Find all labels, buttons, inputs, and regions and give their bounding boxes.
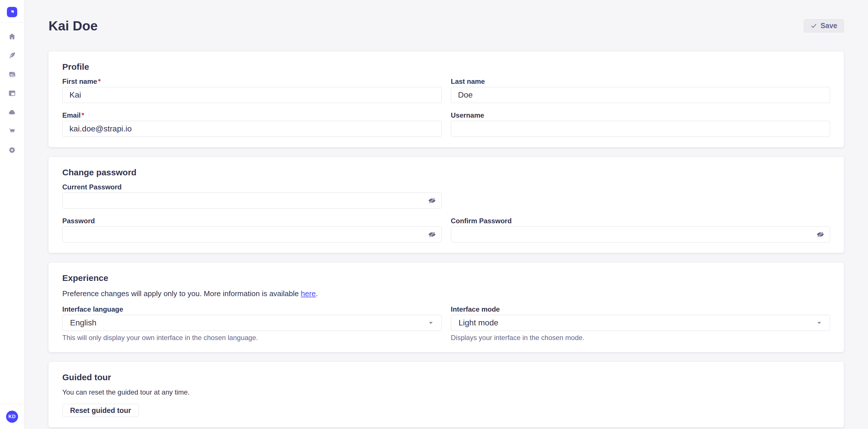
- current-password-label: Current Password: [62, 184, 442, 191]
- check-icon: [810, 22, 817, 29]
- page-header: Kai Doe Save: [49, 0, 844, 52]
- sidebar: KD: [0, 0, 24, 429]
- eye-striked-icon: [428, 230, 436, 239]
- first-name-input[interactable]: [62, 87, 442, 103]
- experience-description: Preference changes will apply only to yo…: [62, 289, 830, 298]
- required-asterisk: *: [82, 111, 84, 119]
- current-password-field: Current Password: [62, 184, 442, 209]
- eye-striked-icon: [428, 196, 436, 205]
- feather-icon: [8, 52, 16, 59]
- current-password-input[interactable]: [62, 193, 442, 209]
- confirm-password-field: Confirm Password: [451, 217, 830, 242]
- toggle-current-password-visibility-button[interactable]: [426, 195, 438, 206]
- interface-language-value: English: [70, 318, 96, 327]
- password-input[interactable]: [62, 226, 442, 242]
- required-asterisk: *: [98, 77, 100, 85]
- save-button[interactable]: Save: [804, 19, 844, 32]
- cloud-icon: [8, 108, 16, 116]
- experience-heading: Experience: [62, 273, 830, 283]
- sidebar-nav: [0, 23, 24, 154]
- toggle-password-visibility-button[interactable]: [426, 229, 438, 240]
- interface-language-hint: This will only display your own interfac…: [62, 334, 442, 342]
- strapi-logo[interactable]: [7, 7, 17, 17]
- images-icon: [8, 70, 16, 78]
- chevron-down-icon: [428, 320, 434, 326]
- email-input[interactable]: [62, 121, 442, 137]
- eye-striked-icon: [816, 230, 825, 239]
- experience-card: Experience Preference changes will apply…: [49, 263, 844, 352]
- password-label: Password: [62, 217, 442, 225]
- username-input[interactable]: [451, 121, 830, 137]
- change-password-grid: Current Password Password: [62, 184, 830, 242]
- cart-icon: [8, 127, 16, 135]
- user-avatar[interactable]: KD: [6, 410, 18, 423]
- main-content: Kai Doe Save Profile First name* Last na…: [24, 0, 868, 429]
- confirm-password-input[interactable]: [451, 226, 830, 242]
- guided-tour-heading: Guided tour: [62, 372, 830, 383]
- interface-mode-select[interactable]: Light mode: [451, 315, 830, 331]
- more-information-link[interactable]: here: [301, 289, 316, 298]
- email-label: Email*: [62, 111, 442, 119]
- toggle-confirm-password-visibility-button[interactable]: [815, 229, 826, 240]
- first-name-label: First name*: [62, 78, 442, 85]
- interface-language-select[interactable]: English: [62, 315, 442, 331]
- interface-mode-value: Light mode: [459, 318, 499, 327]
- profile-card: Profile First name* Last name Email* Use…: [49, 52, 844, 147]
- last-name-label: Last name: [451, 78, 830, 85]
- confirm-password-label: Confirm Password: [451, 217, 830, 225]
- page-title: Kai Doe: [49, 18, 98, 34]
- email-field: Email*: [62, 111, 442, 137]
- profile-grid: First name* Last name Email* Username: [62, 78, 830, 137]
- reset-guided-tour-button[interactable]: Reset guided tour: [62, 404, 139, 417]
- first-name-field: First name*: [62, 78, 442, 103]
- home-icon: [8, 32, 16, 40]
- sidebar-item-content-manager[interactable]: [8, 52, 16, 59]
- guided-tour-description: You can reset the guided tour at any tim…: [62, 388, 830, 396]
- save-button-label: Save: [820, 22, 837, 30]
- strapi-logo-icon: [8, 8, 16, 16]
- chevron-down-icon: [816, 320, 823, 326]
- interface-mode-field: Interface mode Light mode Displays your …: [451, 306, 830, 342]
- interface-language-label: Interface language: [62, 306, 442, 313]
- change-password-heading: Change password: [62, 167, 830, 177]
- password-field: Password: [62, 217, 442, 242]
- sidebar-item-marketplace[interactable]: [8, 127, 16, 135]
- interface-mode-label: Interface mode: [451, 306, 830, 313]
- strapi-admin-app: KD Kai Doe Save Profile First name*: [0, 0, 868, 429]
- username-label: Username: [451, 111, 830, 119]
- profile-heading: Profile: [62, 62, 830, 72]
- sidebar-footer: KD: [0, 404, 24, 429]
- last-name-field: Last name: [451, 78, 830, 103]
- guided-tour-card: Guided tour You can reset the guided tou…: [49, 362, 844, 427]
- sidebar-item-settings[interactable]: [8, 146, 16, 154]
- last-name-input[interactable]: [451, 87, 830, 103]
- username-field: Username: [451, 111, 830, 137]
- gear-icon: [8, 146, 16, 154]
- change-password-card: Change password Current Password: [49, 157, 844, 253]
- layout-icon: [8, 89, 16, 97]
- sidebar-item-deploy[interactable]: [8, 108, 16, 116]
- sidebar-item-media-library[interactable]: [8, 70, 16, 78]
- experience-grid: Interface language English This will onl…: [62, 306, 830, 342]
- avatar-initials: KD: [8, 414, 16, 420]
- sidebar-item-content-type-builder[interactable]: [8, 89, 16, 97]
- sidebar-item-home[interactable]: [8, 32, 16, 40]
- interface-language-field: Interface language English This will onl…: [62, 306, 442, 342]
- interface-mode-hint: Displays your interface in the chosen mo…: [451, 334, 830, 342]
